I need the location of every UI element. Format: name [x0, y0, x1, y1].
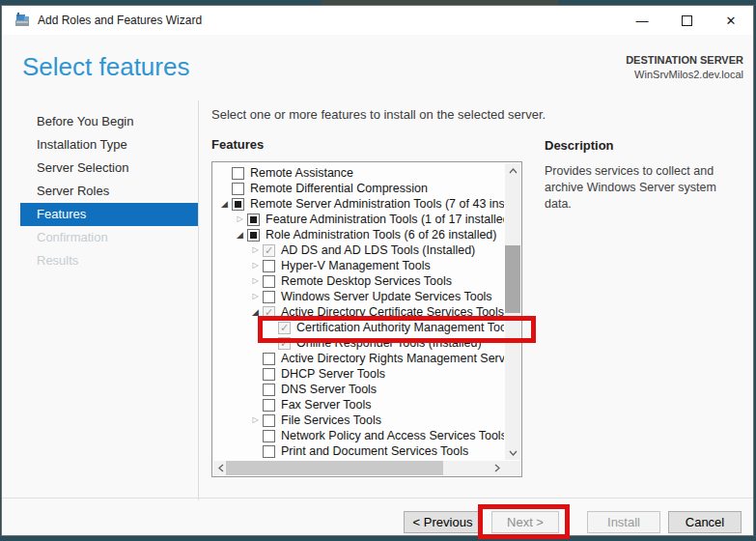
checkbox-unchecked[interactable] — [232, 183, 244, 195]
tree-row[interactable]: ▷File Services Tools — [213, 413, 504, 428]
checkbox-unchecked[interactable] — [263, 414, 275, 427]
window-title: Add Roles and Features Wizard — [38, 14, 202, 27]
expander-collapsed-icon[interactable]: ▷ — [233, 212, 247, 227]
sidebar-item-server-selection[interactable]: Server Selection — [20, 157, 198, 180]
close-icon: ✕ — [726, 14, 737, 28]
tree-row[interactable]: ◢Role Administration Tools (6 of 26 inst… — [213, 227, 504, 242]
sidebar-divider — [198, 100, 199, 500]
expander-collapsed-icon[interactable]: ▷ — [248, 289, 263, 304]
tree-row[interactable]: DNS Server Tools — [213, 382, 504, 397]
description-title: Description — [545, 138, 614, 153]
tree-row[interactable]: ▷Feature Administration Tools (1 of 17 i… — [213, 212, 504, 227]
tree-item-label: DNS Server Tools — [281, 382, 377, 397]
checkbox-installed[interactable]: ✓ — [263, 244, 275, 257]
window-controls: — ✕ — [620, 6, 753, 35]
cancel-button[interactable]: Cancel — [668, 511, 742, 533]
expander-collapsed-icon[interactable]: ▷ — [248, 242, 263, 258]
vertical-scrollbar[interactable] — [505, 163, 520, 460]
maximize-button[interactable] — [664, 6, 709, 35]
wizard-toolbox-icon — [14, 13, 30, 28]
tree-row[interactable]: ◢Remote Server Administration Tools (7 o… — [213, 196, 504, 212]
close-button[interactable]: ✕ — [709, 6, 753, 35]
sidebar-item-features[interactable]: Features — [20, 203, 198, 226]
footer-divider — [2, 498, 753, 498]
tree-item-label: DHCP Server Tools — [281, 366, 385, 382]
horizontal-scroll-thumb[interactable] — [226, 461, 443, 475]
destination-server-name: WinSrvMilos2.dev.local — [626, 68, 743, 82]
checkbox-unchecked[interactable] — [263, 275, 275, 288]
checkbox-unchecked[interactable] — [263, 399, 275, 412]
scroll-up-button[interactable] — [505, 163, 520, 178]
annotation-box-feature — [258, 316, 536, 343]
instruction-text: Select one or more features to install o… — [211, 107, 546, 122]
checkbox-unchecked[interactable] — [232, 167, 244, 180]
sidebar-item-before-you-begin[interactable]: Before You Begin — [20, 110, 198, 133]
tree-item-label: AD DS and AD LDS Tools (Installed) — [281, 242, 475, 258]
install-button[interactable]: Install — [587, 511, 660, 533]
tree-row[interactable]: ▷Windows Server Update Services Tools — [213, 289, 504, 304]
tree-row[interactable]: ▷Remote Desktop Services Tools — [213, 273, 504, 289]
expander-expanded-icon[interactable]: ◢ — [233, 227, 247, 242]
tree-item-label: Remote Assistance — [250, 165, 353, 181]
checkbox-unchecked[interactable] — [263, 430, 275, 442]
checkbox-unchecked[interactable] — [263, 353, 275, 365]
tree-item-label: Remote Desktop Services Tools — [281, 273, 452, 289]
tree-row[interactable]: ▷Hyper-V Management Tools — [213, 258, 504, 273]
scrollbar-corner — [505, 461, 520, 475]
checkbox-unchecked[interactable] — [263, 445, 275, 458]
tree-row[interactable]: Active Directory Rights Management Servi… — [213, 351, 504, 366]
tree-row[interactable]: Print and Document Services Tools — [213, 443, 504, 459]
tree-item-label: Remote Differential Compression — [250, 181, 428, 196]
checkbox-partial[interactable] — [232, 198, 244, 211]
expander-expanded-icon[interactable]: ◢ — [217, 196, 232, 212]
checkbox-partial[interactable] — [247, 229, 260, 242]
checkbox-unchecked[interactable] — [263, 260, 275, 272]
destination-server-block: DESTINATION SERVER WinSrvMilos2.dev.loca… — [626, 53, 743, 82]
desktop-background: Add Roles and Features Wizard — ✕ Select… — [0, 0, 756, 541]
vertical-scroll-thumb[interactable] — [505, 245, 520, 313]
tree-item-label: Windows Server Update Services Tools — [281, 289, 492, 304]
page-title: Select features — [22, 52, 189, 82]
sidebar-item-confirmation: Confirmation — [20, 226, 198, 249]
scroll-down-button[interactable] — [505, 445, 520, 460]
tree-row[interactable]: Network Policy and Access Services Tools — [213, 428, 504, 443]
scroll-right-button[interactable] — [490, 461, 505, 475]
tree-item-label: Active Directory Rights Management Servi… — [281, 351, 504, 366]
horizontal-scrollbar[interactable] — [213, 461, 505, 475]
tree-row[interactable]: Remote Assistance — [213, 165, 504, 181]
minimize-icon: — — [636, 14, 649, 28]
title-bar[interactable]: Add Roles and Features Wizard — ✕ — [2, 6, 753, 35]
features-tree-rows: Remote AssistanceRemote Differential Com… — [213, 165, 504, 460]
tree-item-label: Hyper-V Management Tools — [281, 258, 431, 273]
checkbox-unchecked[interactable] — [263, 368, 275, 381]
tree-row[interactable]: Remote Differential Compression — [213, 181, 504, 196]
description-body: Provides services to collect and archive… — [545, 163, 745, 213]
checkbox-partial[interactable] — [247, 214, 260, 226]
expander-collapsed-icon[interactable]: ▷ — [248, 413, 263, 428]
expander-collapsed-icon[interactable]: ▷ — [248, 258, 263, 273]
tree-row[interactable]: ▷✓AD DS and AD LDS Tools (Installed) — [213, 242, 504, 258]
tree-item-label: Role Administration Tools (6 of 26 insta… — [266, 227, 496, 242]
tree-item-label: Fax Server Tools — [281, 397, 372, 413]
tree-item-label: File Services Tools — [281, 413, 381, 428]
annotation-box-next-button — [478, 504, 570, 539]
previous-button[interactable]: < Previous — [404, 511, 482, 533]
tree-item-label: Remote Server Administration Tools (7 of… — [250, 196, 504, 212]
sidebar-item-installation-type[interactable]: Installation Type — [20, 133, 198, 157]
tree-row[interactable]: Fax Server Tools — [213, 397, 504, 413]
tree-item-label: Network Policy and Access Services Tools — [281, 428, 504, 443]
tree-item-label: Print and Document Services Tools — [281, 443, 468, 459]
features-list-label: Features — [211, 137, 264, 152]
checkbox-unchecked[interactable] — [263, 384, 275, 396]
maximize-icon — [682, 15, 692, 26]
checkbox-unchecked[interactable] — [263, 291, 275, 303]
chevron-right-icon — [494, 464, 500, 472]
wizard-window: Add Roles and Features Wizard — ✕ Select… — [1, 5, 754, 536]
chevron-up-icon — [509, 168, 518, 174]
sidebar-item-server-roles[interactable]: Server Roles — [20, 180, 198, 203]
wizard-step-nav: Before You BeginInstallation TypeServer … — [20, 110, 198, 272]
minimize-button[interactable]: — — [620, 6, 664, 35]
destination-server-label: DESTINATION SERVER — [626, 53, 743, 68]
tree-row[interactable]: DHCP Server Tools — [213, 366, 504, 382]
expander-collapsed-icon[interactable]: ▷ — [248, 273, 263, 289]
